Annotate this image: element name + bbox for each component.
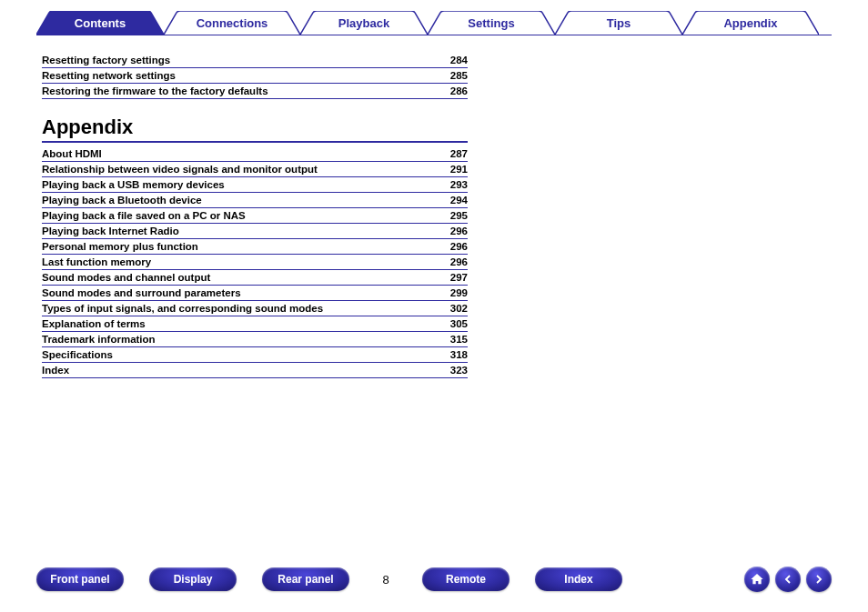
toc-link[interactable]: Playing back a USB memory devices [42, 179, 435, 190]
toc-link[interactable]: About HDMI [42, 148, 435, 159]
tab-connections[interactable]: Connections [164, 11, 300, 35]
toc-page-number[interactable]: 287 [435, 148, 468, 159]
front-panel-button[interactable]: Front panel [36, 567, 124, 591]
toc-page-number[interactable]: 294 [435, 195, 468, 206]
toc-link[interactable]: Types of input signals, and correspondin… [42, 303, 435, 314]
forward-icon[interactable] [806, 567, 832, 592]
toc-link[interactable]: Explanation of terms [42, 318, 435, 329]
toc-page-number[interactable]: 296 [435, 226, 468, 236]
home-icon[interactable] [744, 567, 770, 592]
toc-row: Trademark information315 [42, 332, 468, 347]
tab-label: Appendix [723, 16, 777, 30]
toc-row: Personal memory plus function296 [42, 239, 468, 255]
tab-label: Contents [75, 16, 126, 30]
pill-label: Index [564, 573, 592, 586]
toc-row: Relationship between video signals and m… [42, 162, 468, 177]
top-tab-bar: Contents Connections Playback Settings T… [0, 0, 868, 35]
page-number: 8 [375, 573, 397, 587]
pill-label: Remote [446, 573, 486, 586]
toc-link[interactable]: Restoring the firmware to the factory de… [42, 85, 435, 96]
display-button[interactable]: Display [149, 567, 237, 591]
tab-label: Playback [338, 16, 389, 30]
tab-label: Settings [468, 16, 514, 30]
remote-button[interactable]: Remote [422, 567, 510, 591]
toc-row: Index323 [42, 363, 468, 378]
tab-contents[interactable]: Contents [36, 11, 164, 35]
toc-link[interactable]: Relationship between video signals and m… [42, 164, 435, 175]
back-icon[interactable] [775, 567, 801, 592]
toc-row: Sound modes and channel output297 [42, 270, 468, 286]
toc-row: Restoring the firmware to the factory de… [42, 84, 468, 99]
toc-link[interactable]: Trademark information [42, 334, 435, 345]
toc-row: Playing back a file saved on a PC or NAS… [42, 208, 468, 224]
toc-page-number[interactable]: 323 [435, 365, 468, 376]
toc-page-number[interactable]: 293 [435, 179, 468, 190]
toc-page-number[interactable]: 284 [435, 55, 468, 65]
bottom-bar: Front panel Display Rear panel 8 Remote … [0, 567, 868, 592]
tab-tips[interactable]: Tips [555, 11, 682, 35]
toc-row: Types of input signals, and correspondin… [42, 301, 468, 316]
toc-link[interactable]: Sound modes and surround parameters [42, 287, 435, 298]
toc-page-number[interactable]: 297 [435, 272, 468, 283]
tab-label: Tips [607, 16, 631, 30]
toc-page-number[interactable]: 286 [435, 85, 468, 96]
toc-page-number[interactable]: 291 [435, 164, 468, 175]
toc-row: About HDMI287 [42, 146, 468, 162]
toc-row: Playing back a Bluetooth device294 [42, 193, 468, 208]
toc-link[interactable]: Resetting factory settings [42, 55, 435, 65]
toc-link[interactable]: Playing back a file saved on a PC or NAS [42, 210, 435, 221]
pill-label: Rear panel [278, 573, 333, 586]
toc-row: Playing back Internet Radio296 [42, 224, 468, 239]
toc-page-number[interactable]: 285 [435, 70, 468, 81]
toc-row: Playing back a USB memory devices293 [42, 177, 468, 193]
toc-link[interactable]: Resetting network settings [42, 70, 435, 81]
toc-row: Resetting network settings285 [42, 68, 468, 84]
toc-page-number[interactable]: 295 [435, 210, 468, 221]
toc-row: Last function memory296 [42, 255, 468, 270]
rear-panel-button[interactable]: Rear panel [262, 567, 349, 591]
pill-label: Front panel [50, 573, 109, 586]
toc-link[interactable]: Last function memory [42, 256, 435, 267]
toc-link[interactable]: Playing back Internet Radio [42, 226, 435, 236]
toc-row: Explanation of terms305 [42, 316, 468, 332]
toc-page-number[interactable]: 315 [435, 334, 468, 345]
section-title-appendix: Appendix [42, 115, 468, 143]
toc-page-number[interactable]: 299 [435, 287, 468, 298]
toc-row: Specifications318 [42, 347, 468, 363]
toc-content: Resetting factory settings284Resetting n… [0, 35, 510, 378]
pill-label: Display [174, 573, 213, 586]
toc-link[interactable]: Playing back a Bluetooth device [42, 195, 435, 206]
tab-playback[interactable]: Playback [300, 11, 428, 35]
toc-page-number[interactable]: 302 [435, 303, 468, 314]
toc-link[interactable]: Specifications [42, 349, 435, 360]
toc-link[interactable]: Personal memory plus function [42, 241, 435, 252]
toc-page-number[interactable]: 305 [435, 318, 468, 329]
toc-link[interactable]: Sound modes and channel output [42, 272, 435, 283]
tab-label: Connections [197, 16, 268, 30]
toc-page-number[interactable]: 296 [435, 256, 468, 267]
toc-page-number[interactable]: 296 [435, 241, 468, 252]
tab-appendix[interactable]: Appendix [682, 11, 819, 35]
toc-row: Sound modes and surround parameters299 [42, 286, 468, 301]
tab-settings[interactable]: Settings [428, 11, 555, 35]
toc-row: Resetting factory settings284 [42, 53, 468, 68]
index-button[interactable]: Index [535, 567, 622, 591]
toc-link[interactable]: Index [42, 365, 435, 376]
toc-page-number[interactable]: 318 [435, 349, 468, 360]
